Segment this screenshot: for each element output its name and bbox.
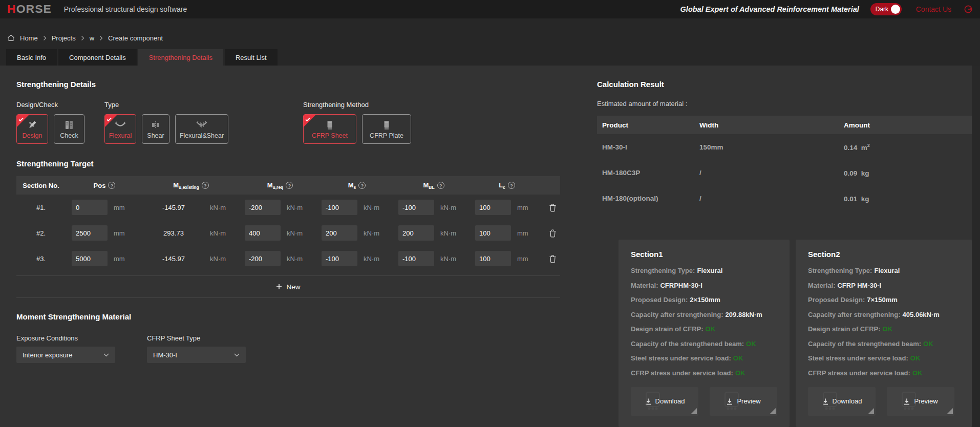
col-lc: Lc? — [475, 181, 539, 190]
check-mark-icon — [305, 116, 310, 123]
col-amount: Amount — [844, 121, 972, 129]
status-ok: OK — [912, 369, 923, 377]
chevron-right-icon — [43, 35, 47, 41]
col-mu-req: Mu,req? — [245, 181, 315, 190]
unit-label: mm — [114, 204, 137, 211]
result-line: Material:CFRP HM-30-I — [808, 282, 960, 289]
unit-label: kN·m — [210, 255, 239, 263]
mu-req-input-row1[interactable] — [245, 200, 281, 215]
flexural-option-button[interactable]: Flexural — [104, 114, 136, 144]
section1-download-button[interactable]: Download — [631, 387, 698, 416]
mbl-input-row2[interactable] — [398, 225, 434, 241]
preview-label: Preview — [737, 397, 760, 405]
cfrp-plate-option-button[interactable]: CFRP Plate — [362, 114, 411, 144]
page-title: Strengthening Details — [16, 80, 560, 89]
estimate-table-header: Product Width Amount — [597, 116, 972, 134]
moment-strengthening-material-title: Moment Strengthening Material — [16, 312, 560, 321]
flexural-shear-icon — [195, 119, 208, 131]
help-icon[interactable]: ? — [202, 182, 209, 189]
breadcrumb: Home Projects w Create component — [0, 18, 980, 49]
shear-option-button[interactable]: Shear — [142, 114, 169, 144]
delete-row-icon[interactable] — [545, 203, 560, 212]
breadcrumb-home[interactable]: Home — [20, 34, 38, 42]
unit-label: mm — [517, 204, 539, 211]
col-mbl: MBL? — [398, 181, 469, 190]
delete-row-icon[interactable] — [545, 254, 560, 263]
section-title: Section2 — [808, 250, 960, 259]
cfrp-plate-icon — [382, 119, 391, 131]
unit-label: mm — [517, 229, 539, 237]
download-label: Download — [833, 397, 862, 405]
help-icon[interactable]: ? — [358, 182, 366, 189]
scrollbar-track[interactable] — [972, 66, 980, 427]
dark-mode-toggle[interactable]: Dark — [870, 3, 902, 15]
product-name: HM-180C3P — [602, 169, 699, 177]
product-name: HM-180(optional) — [602, 195, 699, 202]
unit-label: kN·m — [287, 255, 315, 263]
breadcrumb-project-w[interactable]: w — [90, 34, 94, 42]
add-new-row-button[interactable]: New — [16, 275, 560, 298]
result-line: Capacity after strengthening:209.88kN·m — [631, 311, 777, 318]
tab-result-list[interactable]: Result List — [225, 49, 278, 66]
cfrp-sheet-option-button[interactable]: CFRP Sheet — [303, 114, 356, 144]
help-icon[interactable]: ? — [286, 182, 293, 189]
logout-icon[interactable] — [964, 5, 973, 14]
preview-label: Preview — [914, 397, 938, 405]
ms-input-row2[interactable] — [322, 225, 357, 241]
section2-preview-button[interactable]: Preview — [887, 387, 954, 416]
help-icon[interactable]: ? — [437, 182, 444, 189]
table-row: HM-180(optional) / 0.01 kg — [597, 185, 972, 211]
result-check-line: Capacity of the strengthened beam:OK — [808, 340, 960, 348]
table-row: HM-180C3P / 0.09 kg — [597, 160, 972, 185]
row-number: #2. — [16, 229, 66, 237]
delete-row-icon[interactable] — [545, 229, 560, 238]
mu-req-input-row2[interactable] — [245, 225, 281, 241]
result-check-line: Steel stress under service load:OK — [808, 354, 960, 362]
table-row: #1. mm -145.97 kN·m kN·m kN·m kN·m mm — [16, 195, 560, 220]
check-option-button[interactable]: Check — [54, 114, 84, 144]
product-name: HM-30-I — [602, 143, 699, 151]
logo-gray-part: ORSE — [16, 3, 52, 15]
col-width: Width — [699, 121, 844, 129]
result-line: Material:CFRPHM-30-I — [631, 282, 777, 289]
brand-tagline: Global Expert of Advanced Reinforcement … — [680, 5, 859, 13]
pos-input-row3[interactable] — [72, 251, 108, 266]
unit-label: mm — [114, 229, 137, 237]
tab-bar: Basic Info Component Details Strengtheni… — [0, 49, 980, 66]
help-icon[interactable]: ? — [108, 182, 115, 189]
flexural-shear-option-button[interactable]: Flexural&Shear — [175, 114, 228, 144]
pos-input-row1[interactable] — [72, 200, 108, 215]
unit-label: kN·m — [364, 204, 392, 211]
mbl-input-row3[interactable] — [398, 251, 434, 266]
ms-input-row3[interactable] — [322, 251, 357, 266]
result-line: Strengthening Type:Flexural — [631, 267, 777, 274]
section2-download-button[interactable]: Download — [808, 387, 876, 416]
corner-fold-icon — [868, 408, 874, 414]
ms-input-row1[interactable] — [322, 200, 357, 215]
type-label: Type — [104, 101, 228, 109]
cfrp-sheet-type-select[interactable]: HM-30-I — [147, 347, 246, 363]
app-logo[interactable]: HORSE — [7, 3, 52, 16]
help-icon[interactable]: ? — [508, 182, 515, 189]
lc-input-row3[interactable] — [475, 251, 511, 266]
table-row: HM-30-I 150mm 0.14 m2 — [597, 134, 972, 160]
lc-input-row1[interactable] — [475, 200, 511, 215]
tab-basic-info[interactable]: Basic Info — [6, 49, 57, 66]
tab-component-details[interactable]: Component Details — [58, 49, 137, 66]
target-table-header: Section No. Pos? Mu,existing? Mu,req? Ms… — [16, 176, 560, 195]
mu-existing-value-row3: -145.97 — [143, 255, 204, 263]
exposure-conditions-select[interactable]: Interior exposure — [16, 347, 115, 363]
lc-input-row2[interactable] — [475, 225, 511, 241]
section1-preview-button[interactable]: Preview — [710, 387, 777, 416]
product-amount: 0.14 m2 — [844, 143, 972, 152]
breadcrumb-projects[interactable]: Projects — [52, 34, 76, 42]
design-option-button[interactable]: Design — [16, 114, 48, 144]
contact-us-link[interactable]: Contact Us — [916, 5, 951, 13]
tab-strengthening-details[interactable]: Strengthening Details — [138, 49, 223, 66]
pos-input-row2[interactable] — [72, 225, 108, 241]
mu-req-input-row3[interactable] — [245, 251, 281, 266]
mbl-input-row1[interactable] — [398, 200, 434, 215]
mu-existing-value-row1: -145.97 — [143, 204, 204, 211]
col-ms: Ms? — [322, 181, 392, 190]
flexural-option-label: Flexural — [109, 132, 132, 139]
